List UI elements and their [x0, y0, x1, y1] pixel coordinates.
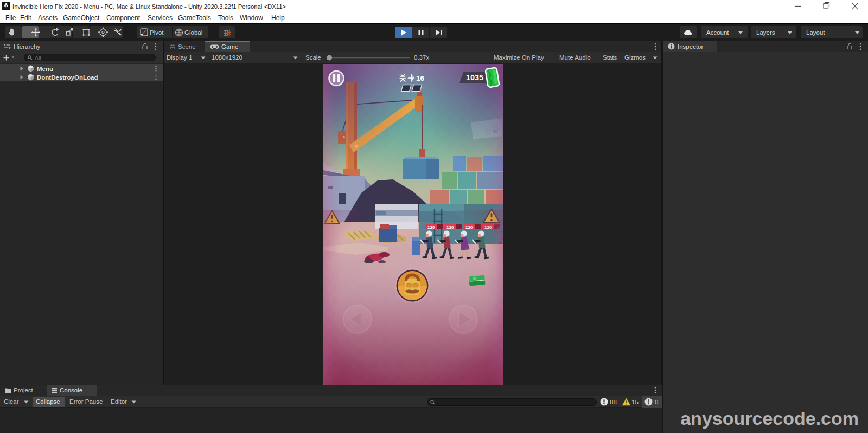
svg-text:16: 16 — [416, 74, 425, 82]
svg-text:1035: 1035 — [466, 73, 483, 82]
